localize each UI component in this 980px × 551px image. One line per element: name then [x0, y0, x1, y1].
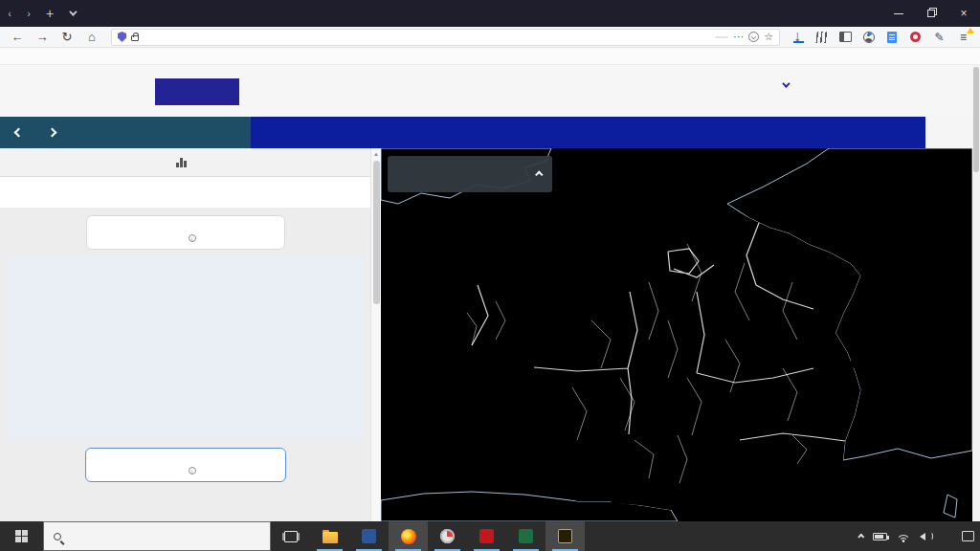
sidebar-toggle-icon[interactable]	[839, 32, 852, 42]
incidence-rate-card[interactable]: i	[86, 215, 285, 250]
home-icon[interactable]: ⌂	[80, 28, 103, 47]
system-tray	[859, 521, 980, 551]
page-scrollbar-thumb[interactable]	[973, 67, 979, 172]
browser-toolbar: ← → ↻ ⌂ ⋯ ☆ ↓ ✎ ≡	[0, 27, 980, 48]
wifi-icon[interactable]	[896, 532, 911, 541]
firefox-button[interactable]	[389, 521, 428, 551]
previous-date-icon[interactable]	[14, 128, 24, 138]
acrobat-icon	[479, 529, 494, 543]
notification-center-icon[interactable]	[962, 531, 974, 541]
new-tab-button[interactable]: +	[38, 0, 61, 27]
illustrator-button[interactable]	[546, 521, 585, 551]
account-notification-dot	[868, 32, 872, 35]
taskbar-search[interactable]	[43, 521, 271, 551]
reproduction-rate-card[interactable]: i	[85, 448, 286, 482]
lock-icon[interactable]	[131, 35, 139, 41]
info-icon[interactable]: i	[189, 467, 196, 474]
restore-button[interactable]	[915, 0, 947, 27]
file-explorer-button[interactable]	[310, 521, 349, 551]
chevron-up-icon	[535, 170, 543, 178]
forward-icon[interactable]: →	[31, 28, 54, 47]
bar-chart-icon	[176, 157, 187, 167]
info-icon[interactable]: i	[189, 234, 196, 242]
sidebar-title	[0, 177, 370, 208]
incidence-line-chart[interactable]	[7, 277, 364, 440]
next-date-icon[interactable]	[48, 128, 57, 138]
page-scrollbar[interactable]	[972, 65, 980, 521]
sidebar-body: i i	[0, 208, 370, 482]
back-icon[interactable]: ←	[6, 28, 29, 47]
volume-icon[interactable]	[920, 532, 933, 540]
site-header	[0, 65, 980, 117]
map-canvas[interactable]	[381, 148, 972, 521]
account-icon[interactable]	[863, 32, 875, 43]
screen-capture-icon	[440, 529, 455, 543]
reader-extension-icon[interactable]	[887, 32, 897, 43]
tracking-shield-icon[interactable]	[118, 32, 126, 42]
desktop: ‹ › + × ← → ↻ ⌂ ⋯ ☆ ↓ ✎ ≡	[0, 0, 980, 551]
battery-icon[interactable]	[873, 533, 887, 540]
illustrator-icon	[558, 529, 572, 543]
incidence-chart-panel	[7, 255, 364, 442]
tab-list-dropdown-icon[interactable]	[61, 0, 82, 27]
bookmark-star-icon[interactable]: ☆	[764, 31, 773, 43]
folder-icon	[323, 532, 338, 543]
reload-icon[interactable]: ↻	[56, 28, 78, 47]
task-view-button[interactable]	[271, 521, 310, 551]
legend-swatch	[164, 262, 200, 274]
tab-scroll-left-icon[interactable]: ‹	[0, 0, 19, 27]
chevron-down-icon	[782, 79, 790, 87]
section-tabs	[251, 117, 925, 148]
sidebar-scrollbar[interactable]: ▲	[370, 148, 381, 521]
covid19-logo[interactable]	[155, 78, 239, 105]
channel-island	[532, 261, 536, 265]
pen-extension-icon[interactable]: ✎	[928, 28, 950, 47]
screen-capture-button[interactable]	[428, 521, 467, 551]
france-map[interactable]	[381, 148, 972, 521]
page-actions-icon[interactable]: ⋯	[733, 31, 744, 43]
firefox-icon	[401, 529, 416, 544]
page-content: i i ▲	[0, 65, 980, 521]
zoom-level-badge[interactable]	[715, 36, 728, 38]
territory-selector[interactable]	[0, 148, 370, 177]
pocket-icon[interactable]	[748, 32, 759, 42]
task-view-icon	[284, 531, 298, 542]
close-window-button[interactable]: ×	[947, 0, 980, 27]
blocker-extension-icon[interactable]	[910, 32, 921, 42]
bookmarks-bar	[0, 48, 980, 65]
sidebar-scrollbar-thumb[interactable]	[373, 161, 380, 304]
acrobat-button[interactable]	[467, 521, 506, 551]
excel-button[interactable]	[506, 521, 546, 551]
search-icon	[54, 533, 61, 540]
tab-scroll-right-icon[interactable]: ›	[19, 0, 38, 27]
tray-expand-icon[interactable]	[858, 534, 864, 540]
word-button[interactable]	[349, 521, 389, 551]
library-icon[interactable]	[815, 32, 828, 43]
menu-button[interactable]	[775, 82, 788, 88]
date-navigator	[0, 117, 251, 148]
menu-hamburger-icon[interactable]: ≡	[952, 28, 974, 47]
word-icon	[362, 529, 376, 543]
address-bar[interactable]: ⋯ ☆	[111, 29, 780, 46]
windows-logo-icon	[15, 530, 28, 542]
indicator-dropdown[interactable]	[388, 156, 552, 192]
window-controls: ×	[882, 0, 980, 27]
start-button[interactable]	[0, 521, 43, 551]
chart-legend	[7, 258, 364, 277]
windows-taskbar	[0, 521, 980, 551]
scroll-up-icon[interactable]: ▲	[373, 151, 379, 157]
site-navigation	[0, 117, 980, 148]
minimize-button[interactable]	[882, 0, 915, 27]
channel-island	[539, 269, 542, 272]
data-sidebar: i i ▲	[0, 148, 381, 521]
excel-icon	[519, 529, 533, 543]
browser-tab-bar: ‹ › + ×	[0, 0, 980, 27]
downloads-icon[interactable]: ↓	[793, 31, 804, 43]
